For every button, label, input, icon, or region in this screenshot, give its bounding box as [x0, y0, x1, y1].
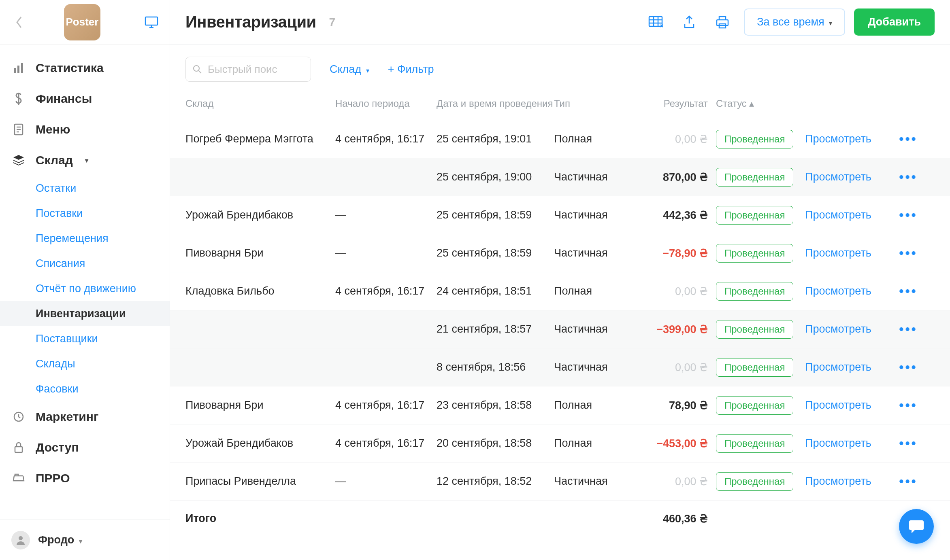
row-menu-icon[interactable]: •••: [890, 322, 927, 337]
nav-prro[interactable]: ПРРО: [0, 463, 170, 494]
sub-warehouses[interactable]: Склады: [36, 351, 170, 376]
sub-packaging[interactable]: Фасовки: [36, 376, 170, 401]
cell-date: 25 сентября, 18:59: [437, 209, 554, 221]
chat-button[interactable]: [899, 509, 934, 544]
table-row[interactable]: Припасы Ривенделла—12 сентября, 18:52Час…: [170, 462, 950, 500]
row-menu-icon[interactable]: •••: [890, 436, 927, 451]
row-menu-icon[interactable]: •••: [890, 208, 927, 223]
display-icon[interactable]: [145, 16, 158, 28]
cell-result: 0,00 ₴: [635, 361, 716, 374]
view-link[interactable]: Просмотреть: [805, 171, 890, 183]
cell-result: 0,00 ₴: [635, 285, 716, 298]
cell-warehouse: Урожай Брендибаков: [185, 209, 335, 221]
cell-date: 25 сентября, 18:59: [437, 247, 554, 259]
warehouse-filter[interactable]: Склад ▾: [330, 63, 369, 76]
row-menu-icon[interactable]: •••: [890, 132, 927, 146]
sub-balances[interactable]: Остатки: [36, 176, 170, 201]
cell-result: −78,90 ₴: [635, 247, 716, 260]
th-result[interactable]: Результат: [635, 98, 716, 109]
table-row[interactable]: Пивоварня Бри4 сентября, 16:1723 сентябр…: [170, 386, 950, 424]
cell-type: Частичная: [554, 247, 635, 259]
search-input[interactable]: [208, 63, 304, 76]
cell-status: Проведенная: [716, 168, 805, 187]
export-icon[interactable]: [677, 11, 701, 33]
sidebar-header: Poster: [0, 0, 170, 45]
view-link[interactable]: Просмотреть: [805, 437, 890, 450]
table-row[interactable]: Урожай Брендибаков—25 сентября, 18:59Час…: [170, 196, 950, 234]
cell-warehouse: Урожай Брендибаков: [185, 437, 335, 450]
table-row[interactable]: Погреб Фермера Мэггота4 сентября, 16:172…: [170, 120, 950, 158]
columns-icon[interactable]: [643, 12, 669, 33]
table-row[interactable]: Кладовка Бильбо4 сентября, 16:1724 сентя…: [170, 272, 950, 310]
user-name: Фродо: [38, 534, 74, 546]
cell-result: 442,36 ₴: [635, 209, 716, 222]
view-link[interactable]: Просмотреть: [805, 247, 890, 259]
svg-rect-1: [14, 68, 16, 73]
view-link[interactable]: Просмотреть: [805, 133, 890, 145]
row-menu-icon[interactable]: •••: [890, 284, 927, 299]
th-date[interactable]: Дата и время проведения: [437, 98, 554, 109]
user-menu[interactable]: Фродо ▾: [0, 520, 170, 560]
sub-movement[interactable]: Отчёт по движению: [36, 276, 170, 301]
nav-access[interactable]: Доступ: [0, 432, 170, 463]
nav-marketing[interactable]: Маркетинг: [0, 401, 170, 432]
search-icon: [192, 64, 202, 74]
avatar: [11, 531, 30, 549]
sub-transfers[interactable]: Перемещения: [36, 226, 170, 251]
add-filter[interactable]: + Фильтр: [388, 63, 434, 76]
svg-rect-0: [145, 17, 158, 25]
back-icon[interactable]: [11, 11, 28, 33]
table-row[interactable]: Пивоварня Бри—25 сентября, 18:59Частична…: [170, 234, 950, 272]
table-header: Склад Начало периода Дата и время провед…: [170, 87, 950, 120]
th-warehouse[interactable]: Склад: [185, 98, 335, 109]
chevron-down-icon: ▾: [85, 157, 88, 164]
cell-status: Проведенная: [716, 472, 805, 491]
page-title: Инвентаризации: [185, 13, 316, 31]
filters-bar: Склад ▾ + Фильтр: [170, 45, 950, 87]
table-row[interactable]: 25 сентября, 19:00Частичная870,00 ₴Прове…: [170, 158, 950, 196]
view-link[interactable]: Просмотреть: [805, 209, 890, 221]
sub-suppliers[interactable]: Поставщики: [36, 326, 170, 351]
nav-statistics[interactable]: Статистика: [0, 53, 170, 83]
cell-date: 25 сентября, 19:01: [437, 133, 554, 145]
nav-warehouse[interactable]: Склад ▾: [0, 145, 170, 176]
view-link[interactable]: Просмотреть: [805, 361, 890, 373]
cell-period: 4 сентября, 16:17: [335, 437, 437, 450]
row-menu-icon[interactable]: •••: [890, 170, 927, 185]
page-count: 7: [329, 16, 336, 29]
table-row[interactable]: 21 сентября, 18:57Частичная−399,00 ₴Пров…: [170, 310, 950, 348]
search-input-wrapper[interactable]: [185, 57, 311, 82]
view-link[interactable]: Просмотреть: [805, 475, 890, 488]
document-icon: [12, 123, 25, 136]
row-menu-icon[interactable]: •••: [890, 360, 927, 375]
cell-result: 78,90 ₴: [635, 399, 716, 412]
sub-inventories[interactable]: Инвентаризации: [0, 301, 170, 326]
cell-date: 25 сентября, 19:00: [437, 171, 554, 183]
nav-finance[interactable]: Финансы: [0, 83, 170, 114]
row-menu-icon[interactable]: •••: [890, 474, 927, 489]
th-period[interactable]: Начало периода: [335, 98, 437, 109]
svg-rect-6: [15, 447, 22, 452]
dollar-icon: [12, 93, 25, 105]
row-menu-icon[interactable]: •••: [890, 246, 927, 261]
view-link[interactable]: Просмотреть: [805, 323, 890, 335]
cell-period: —: [335, 247, 437, 259]
row-menu-icon[interactable]: •••: [890, 398, 927, 413]
sub-supplies[interactable]: Поставки: [36, 201, 170, 226]
add-button[interactable]: Добавить: [854, 8, 935, 36]
brand-logo[interactable]: Poster: [64, 4, 100, 40]
sub-writeoffs[interactable]: Списания: [36, 251, 170, 276]
table-row[interactable]: 8 сентября, 18:56Частичная0,00 ₴Проведен…: [170, 348, 950, 386]
view-link[interactable]: Просмотреть: [805, 399, 890, 412]
cell-result: 870,00 ₴: [635, 171, 716, 184]
nav-menu[interactable]: Меню: [0, 114, 170, 145]
cell-type: Частичная: [554, 171, 635, 183]
cell-date: 24 сентября, 18:51: [437, 285, 554, 297]
view-link[interactable]: Просмотреть: [805, 285, 890, 297]
print-icon[interactable]: [710, 12, 735, 33]
th-status[interactable]: Статус ▴: [716, 98, 805, 109]
table-row[interactable]: Урожай Брендибаков4 сентября, 16:1720 се…: [170, 424, 950, 462]
date-range-button[interactable]: За все время ▾: [744, 8, 845, 36]
th-type[interactable]: Тип: [554, 98, 635, 109]
cell-status: Проведенная: [716, 130, 805, 148]
